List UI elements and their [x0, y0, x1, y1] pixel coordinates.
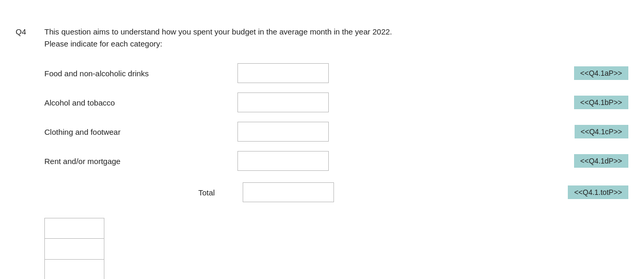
- category-badge-rent: <<Q4.1dP>>: [574, 154, 628, 168]
- total-input[interactable]: [243, 182, 334, 202]
- category-label-food: Food and non-alcoholic drinks: [44, 69, 237, 78]
- category-badge-clothing: <<Q4.1cP>>: [575, 125, 628, 138]
- bottom-left-boxes: [44, 218, 628, 279]
- category-label-rent: Rent and/or mortgage: [44, 157, 237, 166]
- total-badge: <<Q4.1.totP>>: [568, 185, 628, 199]
- category-label-clothing: Clothing and footwear: [44, 127, 237, 136]
- bottom-box-3[interactable]: [44, 260, 104, 279]
- category-label-alcohol: Alcohol and tobacco: [44, 98, 237, 107]
- category-badge-food: <<Q4.1aP>>: [574, 66, 628, 80]
- total-section: Total <<Q4.1.totP>>: [44, 182, 628, 202]
- category-row-alcohol: Alcohol and tobacco <<Q4.1bP>>: [44, 92, 628, 113]
- category-input-rent[interactable]: [237, 151, 329, 171]
- bottom-box-2[interactable]: [44, 239, 104, 260]
- q4-section: Q4 This question aims to understand how …: [0, 16, 644, 279]
- question-line2: Please indicate for each category:: [44, 39, 162, 48]
- question-number: Q4: [16, 26, 44, 279]
- category-badge-alcohol: <<Q4.1bP>>: [574, 96, 628, 109]
- category-input-clothing[interactable]: [237, 122, 329, 142]
- category-input-alcohol[interactable]: [237, 92, 329, 112]
- bottom-box-1[interactable]: [44, 218, 104, 239]
- question-text: This question aims to understand how you…: [44, 26, 628, 50]
- total-label: Total: [198, 188, 237, 197]
- category-row-rent: Rent and/or mortgage <<Q4.1dP>>: [44, 150, 628, 171]
- category-row-clothing: Clothing and footwear <<Q4.1cP>>: [44, 121, 628, 142]
- question-line1: This question aims to understand how you…: [44, 27, 392, 36]
- category-grid: Food and non-alcoholic drinks <<Q4.1aP>>…: [44, 63, 628, 202]
- category-row-food: Food and non-alcoholic drinks <<Q4.1aP>>: [44, 63, 628, 84]
- question-body: This question aims to understand how you…: [44, 26, 628, 279]
- category-input-food[interactable]: [237, 63, 329, 83]
